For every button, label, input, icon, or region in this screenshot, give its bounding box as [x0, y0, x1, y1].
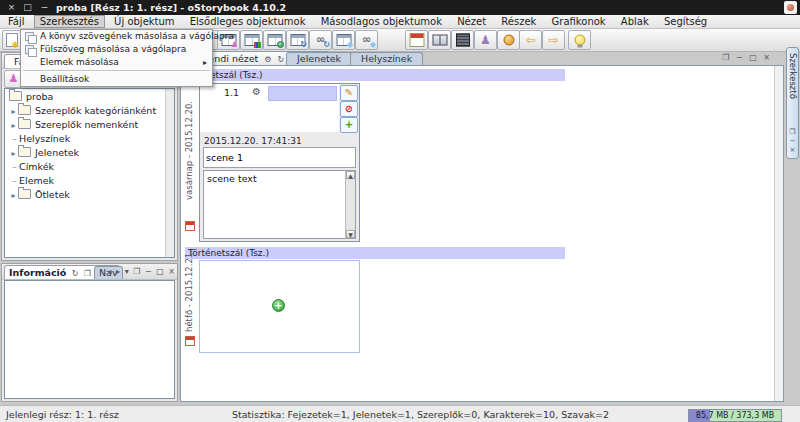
memo-button[interactable]: [451, 30, 474, 50]
edit-scene-button[interactable]: ✎: [340, 85, 358, 101]
nav-left-icon[interactable]: ◂: [108, 267, 112, 276]
tree-item-items[interactable]: –Elemek: [5, 173, 174, 187]
lightbulb-icon: [574, 35, 585, 46]
editor-tab-label: Szerkesztő: [788, 53, 798, 99]
project-tree: proba ▸Szereplők kategóriánként ▸Szerepl…: [4, 88, 175, 258]
info-content: [4, 280, 175, 399]
float-icon[interactable]: ❐: [133, 267, 140, 276]
menu-secondary-objects[interactable]: Másodlagos objektumok: [315, 15, 448, 28]
character-button[interactable]: ♟: [474, 30, 497, 50]
scroll-down-icon[interactable]: ▼: [346, 230, 355, 238]
menu-file[interactable]: Fájl: [2, 15, 31, 28]
gold-medal-button[interactable]: [497, 30, 520, 50]
expand-icon[interactable]: ▸: [9, 189, 18, 202]
menu-item-copy-elements[interactable]: Elemek másolása ▸: [21, 56, 212, 69]
diamond-icon: ◆: [370, 41, 376, 49]
nav-right-icon[interactable]: ▸: [116, 267, 120, 276]
back-button[interactable]: ⇦: [519, 30, 542, 50]
menu-item-copy-book-text[interactable]: A könyv szövegének másolása a vágólapra: [21, 30, 212, 43]
refresh-icon[interactable]: ↻: [278, 55, 285, 64]
menu-primary-objects[interactable]: Elsődleges objektumok: [184, 15, 312, 28]
statusbar: Jelenlegi rész: 1: 1. rész Statisztika: …: [0, 405, 800, 422]
book-icon: [432, 35, 447, 46]
calendar-button[interactable]: [405, 30, 428, 50]
float-icon[interactable]: ❐: [84, 269, 91, 278]
add-scene-plus-button[interactable]: +: [272, 299, 285, 312]
float-icon[interactable]: ❐: [787, 128, 798, 137]
diamond-icon: ◆: [347, 41, 353, 49]
tree-item-ideas[interactable]: ▸Ötletek: [5, 187, 174, 201]
forward-button[interactable]: ⇨: [542, 30, 565, 50]
app-window: × □ − proba [Rész 1: 1. rész] - oStorybo…: [0, 0, 800, 422]
options-gear-icon[interactable]: ⚙: [264, 55, 271, 64]
date-icon: [185, 221, 195, 231]
menu-view[interactable]: Nézet: [451, 15, 492, 28]
item-links-button[interactable]: ∞ ◆: [355, 30, 378, 50]
menu-item-copy-blurb[interactable]: Fülszöveg másolása a vágólapra: [21, 43, 212, 56]
tab-locations[interactable]: Helyszínek: [350, 52, 423, 65]
dropdown-icon[interactable]: ▾: [125, 267, 129, 276]
memory-usage-bar: 85,7 MB / 373,3 MB: [688, 409, 782, 422]
day-label-monday: hétfő - 2015.12.21.: [184, 260, 196, 332]
scene-strand-header: Jelenetszál (Tsz.): [185, 69, 565, 81]
tree-item-characters-by-category[interactable]: ▸Szereplők kategóriánként: [5, 103, 174, 117]
float-icon[interactable]: ❐: [722, 53, 729, 62]
tree-scrollbar[interactable]: [165, 89, 174, 257]
locations-table-button[interactable]: [263, 30, 286, 50]
tree-item-scenes[interactable]: ▸Jelenetek: [5, 145, 174, 159]
tree-item-locations[interactable]: –Helyszínek: [5, 131, 174, 145]
main-scrollbar[interactable]: [774, 66, 783, 401]
editor-side-tab[interactable]: Szerkesztő ❐ − ×: [786, 47, 799, 159]
new-button[interactable]: ✱: [2, 30, 21, 50]
menu-new-object[interactable]: Új objektum: [108, 15, 180, 28]
window-close-button[interactable]: ×: [5, 1, 18, 14]
close-icon[interactable]: ×: [763, 53, 770, 62]
close-icon[interactable]: ×: [787, 146, 798, 155]
books-table-button[interactable]: [240, 30, 263, 50]
scene-title-input[interactable]: [203, 147, 356, 168]
tree-item-root[interactable]: proba: [5, 89, 174, 103]
person-icon: ♟: [231, 41, 238, 49]
maximize-icon[interactable]: □: [156, 267, 164, 276]
scene-links-button[interactable]: ∞ ↻: [309, 30, 332, 50]
folder-icon: [18, 189, 31, 199]
scenes-table-button[interactable]: ↻: [286, 30, 309, 50]
minimize-icon[interactable]: −: [145, 267, 152, 276]
calendar-icon: [409, 33, 424, 47]
tree-item-characters-by-gender[interactable]: ▸Szereplők nemenként: [5, 117, 174, 131]
tip-button[interactable]: [568, 30, 591, 50]
folder-icon: [18, 119, 31, 129]
delete-scene-button[interactable]: ⊘: [340, 101, 358, 117]
memory-usage-text: 85,7 MB / 373,3 MB: [689, 410, 781, 421]
menu-edit[interactable]: Szerkesztés: [34, 15, 105, 28]
date-icon: [185, 336, 195, 346]
minimize-icon[interactable]: −: [736, 53, 743, 62]
window-maximize-button[interactable]: □: [21, 1, 34, 14]
close-icon[interactable]: ×: [168, 267, 175, 276]
minimize-icon[interactable]: −: [787, 137, 798, 146]
menu-charts[interactable]: Grafikonok: [546, 15, 612, 28]
menubar: Fájl Szerkesztés Új objektum Elsődleges …: [0, 15, 800, 29]
scene-text-area[interactable]: scene text ▲ ▼: [203, 170, 356, 239]
main-tab-bar: Időrendi nézet ⚙ ↻ ❐ − × Jelenetek Helys…: [180, 51, 784, 65]
pink-person-icon: ♟: [9, 72, 19, 85]
scroll-up-icon[interactable]: ▲: [346, 171, 355, 179]
items-table-button[interactable]: ◆: [332, 30, 355, 50]
add-scene-button[interactable]: +: [340, 117, 358, 133]
menu-item-preferences[interactable]: Beállítások: [21, 73, 212, 86]
menu-help[interactable]: Segítség: [658, 15, 713, 28]
menu-parts[interactable]: Részek: [495, 15, 542, 28]
tree-item-tags[interactable]: –Címkék: [5, 159, 174, 173]
chrono-view: Jelenetszál (Tsz.) vasárnap - 2015.12.20…: [180, 65, 784, 402]
window-minimize-button[interactable]: −: [38, 1, 51, 14]
refresh-overlay-icon: ↻: [323, 41, 330, 49]
wrench-icon[interactable]: ⚙: [252, 86, 261, 97]
menu-window[interactable]: Ablak: [615, 15, 655, 28]
refresh-icon[interactable]: ↻: [72, 269, 79, 278]
pawn-icon: ♟: [480, 34, 491, 46]
tab-scenes[interactable]: Jelenetek: [286, 52, 352, 65]
maximize-icon[interactable]: □: [749, 53, 757, 62]
scene-text-scrollbar[interactable]: ▲ ▼: [345, 171, 355, 238]
memoria-button[interactable]: [428, 30, 451, 50]
medal-icon: [503, 35, 514, 46]
